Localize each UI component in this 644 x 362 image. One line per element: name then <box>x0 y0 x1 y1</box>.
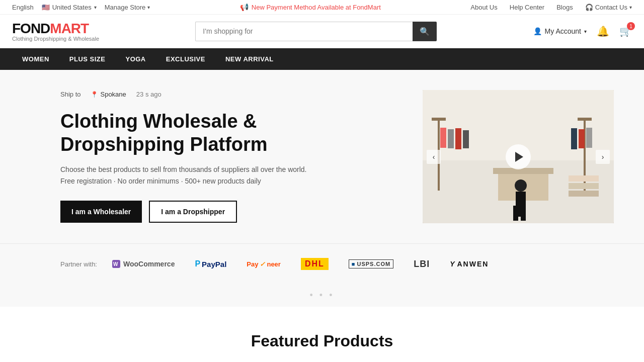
search-button[interactable]: 🔍 <box>413 22 437 41</box>
next-arrow[interactable]: › <box>596 150 610 164</box>
svg-rect-7 <box>448 129 454 148</box>
partners-section: Partner with: W WooCommerce P PayPal Pay… <box>0 243 644 284</box>
chevron-down-icon: ▾ <box>584 29 587 34</box>
top-bar-right: About Us Help Center Blogs 🎧 Contact Us … <box>470 4 632 11</box>
dropshipper-button[interactable]: I am a Dropshipper <box>149 201 237 223</box>
hero-section: Ship to 📍 Spokane 23 s ago Clothing Whol… <box>0 70 644 243</box>
play-icon <box>515 152 523 162</box>
account-button[interactable]: 👤 My Account ▾ <box>533 27 587 35</box>
chevron-down-icon: ▾ <box>629 5 632 10</box>
contact-us-menu[interactable]: 🎧 Contact Us ▾ <box>585 4 632 11</box>
logo-text: FONDMART <box>12 21 99 37</box>
country-selector[interactable]: 🇺🇸 United States ▾ <box>42 4 97 11</box>
top-bar-left: English 🇺🇸 United States ▾ Manage Store … <box>12 4 150 11</box>
svg-rect-5 <box>432 118 446 121</box>
svg-rect-23 <box>569 191 599 197</box>
language-selector[interactable]: English <box>12 4 34 11</box>
payoneer-logo: Pay✓neer <box>247 260 281 268</box>
ship-to-location[interactable]: 📍 Spokane <box>91 90 126 98</box>
svg-rect-21 <box>569 175 599 182</box>
svg-rect-19 <box>513 206 518 221</box>
announcement-bar[interactable]: 📢 New Payment Method Available at FondMa… <box>240 3 381 11</box>
nav-item-yoga[interactable]: YOGA <box>115 48 155 70</box>
nav-item-women[interactable]: WOMEN <box>12 48 59 70</box>
top-bar: English 🇺🇸 United States ▾ Manage Store … <box>0 0 644 15</box>
partner-logos: W WooCommerce P PayPal Pay✓neer DHL ■ US… <box>112 258 489 270</box>
nav-item-exclusive[interactable]: EXCLUSIVE <box>156 48 215 70</box>
pin-icon: 📍 <box>91 91 98 98</box>
svg-rect-20 <box>521 206 526 221</box>
partners-label: Partner with: <box>60 260 97 268</box>
logo[interactable]: FONDMART Clothing Dropshipping & Wholesa… <box>12 21 99 42</box>
notifications-button[interactable]: 🔔 <box>597 25 609 37</box>
hero-content: Ship to 📍 Spokane 23 s ago Clothing Whol… <box>60 90 342 223</box>
hero-title: Clothing Wholesale & Dropshipping Platfo… <box>60 110 342 156</box>
anwen-logo: YANWEN <box>450 260 489 268</box>
paypal-logo: P PayPal <box>195 259 226 268</box>
wholesaler-button[interactable]: I am a Wholesaler <box>60 201 142 223</box>
header-right: 👤 My Account ▾ 🔔 🛒 1 <box>533 25 632 37</box>
bell-icon: 🔔 <box>597 26 609 37</box>
nav-item-plus-size[interactable]: PLUS SIZE <box>59 48 116 70</box>
blogs-link[interactable]: Blogs <box>556 4 573 11</box>
svg-rect-22 <box>569 183 599 189</box>
nav-item-new-arrival[interactable]: NEW ARRIVAL <box>215 48 284 70</box>
section-divider: • • • <box>0 284 644 307</box>
usps-logo: ■ USPS.COM <box>349 259 393 268</box>
search-input[interactable] <box>195 22 413 41</box>
headset-icon: 🎧 <box>585 4 593 11</box>
ship-to-bar: Ship to 📍 Spokane 23 s ago <box>60 90 342 98</box>
chevron-down-icon: ▾ <box>94 5 97 10</box>
lbi-logo: LBI <box>414 259 430 269</box>
about-link[interactable]: About Us <box>470 4 497 11</box>
user-icon: 👤 <box>533 27 542 35</box>
search-icon: 🔍 <box>420 27 430 36</box>
woocommerce-logo: W WooCommerce <box>112 260 175 268</box>
play-button[interactable] <box>506 144 531 169</box>
svg-rect-13 <box>579 129 585 148</box>
header: FONDMART Clothing Dropshipping & Wholesa… <box>0 15 644 48</box>
svg-text:W: W <box>113 261 118 267</box>
featured-section: Featured Products <box>0 307 644 360</box>
svg-rect-8 <box>455 128 461 149</box>
logo-subtitle: Clothing Dropshipping & Wholesale <box>12 36 99 42</box>
cart-button[interactable]: 🛒 1 <box>619 25 632 37</box>
video-thumbnail[interactable]: ‹ › <box>423 90 614 223</box>
flag-icon: 🇺🇸 <box>42 4 50 11</box>
main-nav: WOMEN PLUS SIZE YOGA EXCLUSIVE NEW ARRIV… <box>0 48 644 70</box>
svg-rect-16 <box>493 168 553 174</box>
hero-buttons: I am a Wholesaler I am a Dropshipper <box>60 201 342 223</box>
announcement-text: New Payment Method Available at FondMart <box>252 4 381 11</box>
svg-rect-9 <box>463 130 469 148</box>
cart-badge: 1 <box>627 22 635 30</box>
dhl-logo: DHL <box>301 258 329 270</box>
timestamp: 23 s ago <box>136 90 162 98</box>
hero-description: Choose the best products to sell from th… <box>60 164 342 187</box>
hero-video: ‹ › <box>423 90 614 223</box>
megaphone-icon: 📢 <box>240 3 249 11</box>
help-center-link[interactable]: Help Center <box>510 4 544 11</box>
svg-rect-12 <box>586 128 592 148</box>
prev-arrow[interactable]: ‹ <box>427 150 441 164</box>
search-bar: 🔍 <box>195 22 437 41</box>
featured-title: Featured Products <box>12 332 632 350</box>
svg-point-17 <box>515 179 527 192</box>
svg-rect-11 <box>578 118 592 121</box>
ship-to-label: Ship to <box>60 90 80 98</box>
chevron-down-icon: ▾ <box>147 5 150 10</box>
manage-store-menu[interactable]: Manage Store ▾ <box>105 4 150 11</box>
svg-rect-14 <box>571 128 577 149</box>
svg-rect-6 <box>440 128 446 148</box>
